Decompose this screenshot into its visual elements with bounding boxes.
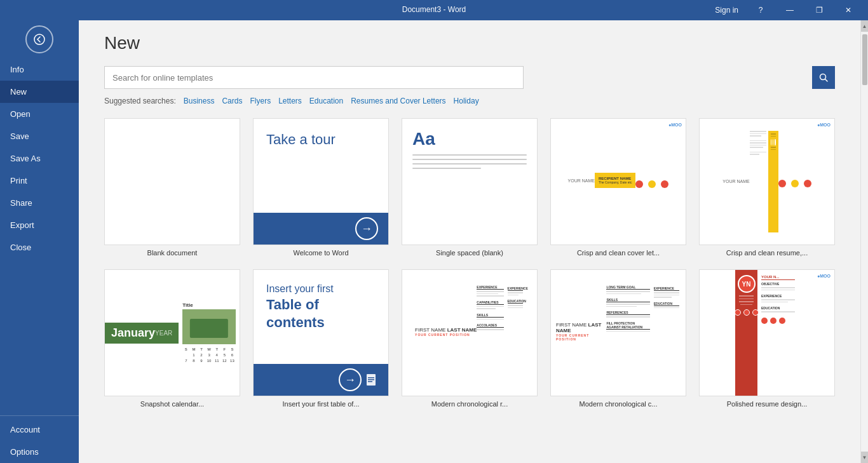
suggested-flyers[interactable]: Flyers — [250, 97, 271, 105]
suggested-business[interactable]: Business — [184, 97, 215, 105]
template-blank-label: Blank document — [104, 249, 240, 257]
mr2-line — [606, 331, 649, 332]
mr1-section: SKILLS — [477, 313, 503, 318]
mr2-line — [606, 316, 649, 318]
suggested-holiday[interactable]: Holiday — [454, 97, 479, 105]
close-button[interactable]: ✕ — [834, 0, 863, 20]
content-area: New Suggested searches: Business Cards F… — [79, 20, 860, 463]
scrollbar-down[interactable]: ▼ — [861, 452, 869, 463]
cal-date: 13 — [229, 358, 236, 363]
sidebar-item-export[interactable]: Export — [0, 214, 79, 236]
toc-footer: → — [254, 364, 388, 396]
cal-grid: S M T W T F S 1 2 3 4 5 — [182, 347, 236, 363]
template-polished[interactable]: ●MOO YN — [699, 269, 835, 408]
search-input[interactable] — [104, 66, 524, 89]
mr2-firstname: FIRST NAME LAST NAME — [556, 322, 606, 333]
pol-line — [739, 299, 754, 300]
mr1-section: EXPERIENCE — [477, 285, 503, 290]
polished-avatar: YN — [738, 275, 756, 293]
r-line — [750, 142, 766, 144]
polished-left: YN — [735, 270, 757, 396]
cal-date: 8 — [190, 358, 197, 363]
sidebar-item-close[interactable]: Close — [0, 236, 79, 258]
cal-day-header: W — [206, 347, 213, 352]
cover-your-name: YOUR NAME — [568, 178, 595, 183]
pol-section: OBJECTIVE — [761, 282, 795, 286]
template-blank[interactable]: Blank document — [104, 118, 240, 257]
cal-date: 12 — [221, 358, 228, 363]
template-single-spaced[interactable]: Aa Single spaced (blank) — [402, 118, 538, 257]
template-crisp-cover[interactable]: ●MOO YOUR NAME RECIPIENT NAME The Compan… — [550, 118, 686, 257]
mr1-line — [477, 308, 496, 309]
pol-bicon — [779, 318, 785, 324]
pol-rline — [761, 287, 795, 288]
mr1-line — [477, 306, 503, 307]
sidebar-item-info[interactable]: Info — [0, 58, 79, 81]
sidebar-item-save[interactable]: Save — [0, 125, 79, 147]
template-calendar[interactable]: January YEAR Title S M — [104, 269, 240, 408]
scrollbar[interactable]: ▲ ▼ — [860, 20, 868, 463]
icon-circle — [635, 180, 643, 188]
scrollbar-up[interactable]: ▲ — [861, 20, 869, 32]
polished-layout: YN YOUR N... — [735, 270, 799, 396]
template-calendar-label: Snapshot calendar... — [104, 400, 240, 408]
template-tour[interactable]: Take a tour → Welcome to Word — [253, 118, 389, 257]
doc-line-short — [412, 168, 481, 169]
cal-day-header: M — [190, 347, 197, 352]
toc-line1: Insert your first — [266, 283, 334, 294]
template-modern-2[interactable]: FIRST NAME LAST NAME YOUR CURRENT POSITI… — [550, 269, 686, 408]
sidebar-item-new[interactable]: New — [0, 81, 79, 103]
template-modern-1[interactable]: FIRST NAME LAST NAME YOUR CURRENT POSITI… — [402, 269, 538, 408]
cal-date: 1 — [190, 352, 197, 358]
template-toc[interactable]: Insert your first Table of contents → — [253, 269, 389, 408]
polished-moo-badge: ●MOO — [817, 274, 831, 278]
mr2-right: EXPERIENCE EDUCATION — [653, 285, 681, 380]
mr1-line — [477, 295, 503, 297]
back-button[interactable] — [25, 25, 53, 53]
suggested-education[interactable]: Education — [309, 97, 343, 105]
suggested-cards[interactable]: Cards — [222, 97, 242, 105]
sign-in-button[interactable]: Sign in — [715, 6, 738, 15]
yr-line — [771, 149, 776, 151]
tour-footer: → — [254, 213, 388, 245]
cal-day-header: T — [214, 347, 220, 352]
yr-circle — [773, 139, 773, 145]
sidebar-item-save-as[interactable]: Save As — [0, 147, 79, 170]
template-single-spaced-label: Single spaced (blank) — [402, 249, 538, 257]
template-tour-label: Welcome to Word — [253, 249, 389, 257]
sidebar-item-print[interactable]: Print — [0, 170, 79, 192]
cal-date: 10 — [206, 358, 213, 363]
sidebar-item-share[interactable]: Share — [0, 192, 79, 214]
r-line — [750, 135, 761, 137]
mr2-left: LONG TERM GOAL SKILLS REFERENCES FILL — [606, 285, 649, 380]
sidebar-item-open[interactable]: Open — [0, 103, 79, 125]
help-button[interactable]: ? — [746, 0, 775, 20]
suggested-letters[interactable]: Letters — [278, 97, 302, 105]
scrollbar-thumb[interactable] — [862, 34, 867, 85]
cal-date: 6 — [229, 352, 236, 358]
pol-rline — [761, 311, 795, 312]
cal-date: 2 — [198, 352, 205, 358]
icon-circle — [648, 180, 656, 188]
template-modern-2-thumb: FIRST NAME LAST NAME YOUR CURRENT POSITI… — [550, 269, 686, 396]
icon-circle — [804, 180, 811, 187]
template-crisp-resume[interactable]: ●MOO YOUR NAME — [699, 118, 835, 257]
search-button[interactable] — [812, 66, 835, 89]
sidebar-item-account[interactable]: Account — [0, 419, 79, 441]
template-modern-1-label: Modern chronological r... — [402, 400, 538, 408]
mr2-section-r: EXPERIENCE — [654, 286, 679, 291]
restore-button[interactable]: ❐ — [804, 0, 834, 20]
pol-section: EDUCATION — [761, 306, 795, 310]
cover-title: The Company, Date etc — [599, 180, 632, 184]
toc-text: Insert your first Table of contents — [266, 283, 334, 332]
title-bar: Document3 - Word Sign in ? — ❐ ✕ — [0, 0, 868, 20]
sidebar-item-options[interactable]: Options — [0, 441, 79, 463]
page-title: New — [104, 33, 835, 53]
mr1-line — [477, 319, 503, 320]
mr1-line — [477, 291, 503, 292]
mr2-line-r — [654, 297, 672, 298]
suggested-resumes[interactable]: Resumes and Cover Letters — [351, 97, 445, 105]
minimize-button[interactable]: — — [775, 0, 804, 20]
cal-date: 9 — [198, 358, 205, 363]
mr2-line-r — [654, 292, 679, 293]
